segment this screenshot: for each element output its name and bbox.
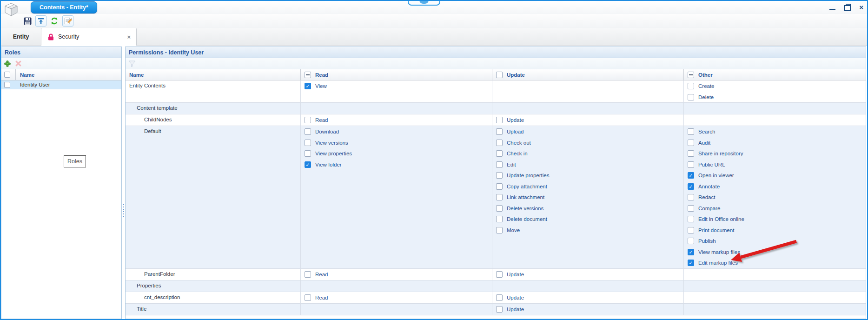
permission-item-redact: Redact	[684, 193, 866, 201]
checkbox-update[interactable]	[496, 117, 503, 123]
refresh-icon[interactable]	[49, 16, 60, 26]
checkbox-view-properties[interactable]	[305, 150, 311, 157]
permission-label: View	[315, 83, 327, 89]
checkbox-audit[interactable]	[688, 140, 694, 146]
permission-label: Search	[698, 129, 715, 134]
permission-label: Check in	[507, 151, 528, 156]
other-cell	[684, 304, 866, 315]
checkbox-view-versions[interactable]	[305, 140, 311, 146]
check-in-icon[interactable]	[35, 15, 46, 27]
permission-item-read: Read	[301, 271, 492, 278]
row-name-properties: Properties	[126, 280, 301, 292]
permission-item-create: Create	[684, 82, 866, 90]
checkbox-publish[interactable]	[688, 238, 694, 244]
panel-splitter[interactable]	[122, 47, 125, 319]
row-name-childnodes: ChildNodes	[126, 114, 301, 126]
permission-label: Open in viewer	[698, 173, 734, 178]
checkbox-print-document[interactable]	[688, 227, 694, 233]
column-other-checkbox[interactable]	[688, 72, 694, 78]
checkbox-move[interactable]	[496, 227, 503, 233]
checkbox-check-out[interactable]	[496, 140, 503, 146]
save-icon[interactable]	[22, 16, 33, 26]
permission-label: Upload	[507, 129, 523, 134]
permission-item-edit-markup-files: Edit markup files	[684, 259, 866, 267]
checkbox-edit-in-office-online[interactable]	[688, 216, 694, 222]
checkbox-delete-document[interactable]	[496, 216, 503, 222]
role-row-identity-user[interactable]: Identity User	[1, 80, 121, 89]
column-header-other[interactable]: Other	[684, 69, 866, 80]
checkbox-read[interactable]	[305, 117, 311, 123]
permission-item-delete: Delete	[684, 93, 866, 101]
checkbox-check-in[interactable]	[496, 150, 503, 157]
app-tab-contents-entity[interactable]: Contents - Entity*	[31, 1, 97, 13]
titlebar-notch-handle[interactable]	[408, 0, 440, 6]
filter-icon-disabled[interactable]	[128, 60, 136, 67]
update-cell	[492, 280, 684, 292]
delete-icon-disabled[interactable]	[15, 60, 21, 67]
checkbox-upload[interactable]	[496, 128, 503, 135]
minimize-icon[interactable]	[829, 9, 835, 10]
restore-icon[interactable]	[844, 5, 851, 11]
checkbox-read[interactable]	[305, 294, 311, 301]
permission-item-read: Read	[301, 294, 492, 301]
column-update-checkbox[interactable]	[496, 72, 503, 78]
roles-column-name-header[interactable]: Name	[20, 72, 34, 78]
tab-close-icon[interactable]: ×	[127, 34, 131, 40]
row-name-parentfolder: ParentFolder	[126, 269, 301, 280]
checkbox-delete[interactable]	[688, 94, 694, 100]
checkbox-share-in-repository[interactable]	[688, 150, 694, 157]
column-header-update[interactable]: Update	[492, 69, 684, 80]
tab-security[interactable]: Security ×	[41, 28, 137, 46]
checkbox-view[interactable]	[305, 83, 311, 89]
add-icon[interactable]	[4, 60, 11, 67]
permission-label: Edit markup files	[698, 260, 738, 266]
permission-item-upload: Upload	[492, 128, 683, 135]
tab-entity[interactable]: Entity	[1, 28, 41, 46]
checkbox-download[interactable]	[305, 128, 311, 135]
checkbox-public-url[interactable]	[688, 161, 694, 168]
checkbox-update-properties[interactable]	[496, 172, 503, 179]
checkbox-view-markup-files[interactable]	[688, 249, 694, 255]
checkbox-update[interactable]	[496, 271, 503, 278]
edit-icon[interactable]	[62, 15, 73, 27]
checkbox-open-in-viewer[interactable]	[688, 172, 694, 179]
permission-label: Update	[507, 295, 524, 300]
checkbox-update[interactable]	[496, 306, 503, 313]
role-row-checkbox[interactable]	[4, 82, 10, 88]
checkbox-delete-versions[interactable]	[496, 205, 503, 212]
checkbox-redact[interactable]	[688, 194, 694, 200]
checkbox-view-folder[interactable]	[305, 161, 311, 168]
checkbox-copy-attachment[interactable]	[496, 183, 503, 190]
read-cell	[301, 304, 492, 315]
column-read-checkbox[interactable]	[305, 72, 311, 78]
app-cube-icon	[4, 2, 19, 18]
checkbox-compare[interactable]	[688, 205, 694, 212]
checkbox-search[interactable]	[688, 128, 694, 135]
checkbox-update[interactable]	[496, 294, 503, 301]
read-cell	[301, 103, 492, 114]
permission-row-title: TitleUpdate	[126, 304, 866, 315]
other-cell	[684, 292, 866, 303]
checkbox-link-attachment[interactable]	[496, 194, 503, 200]
permission-item-move: Move	[492, 227, 683, 234]
checkbox-read[interactable]	[305, 271, 311, 278]
column-header-read[interactable]: Read	[301, 69, 492, 80]
notch-dome	[419, 0, 429, 4]
permission-item-read: Read	[301, 116, 492, 124]
row-name-content-template: Content template	[126, 103, 301, 114]
permission-row-content-template: Content template	[126, 103, 866, 114]
roles-select-all-checkbox[interactable]	[4, 72, 10, 78]
checkbox-annotate[interactable]	[688, 183, 694, 190]
update-cell: Update	[492, 304, 684, 315]
column-header-name[interactable]: Name	[126, 69, 301, 80]
close-icon[interactable]: ×	[859, 4, 863, 11]
read-cell: Read	[301, 269, 492, 280]
splitter-handle[interactable]	[123, 204, 124, 218]
permission-item-public-url: Public URL	[684, 161, 866, 168]
roles-toolbar	[1, 58, 121, 69]
permission-label: Delete versions	[507, 206, 543, 211]
checkbox-create[interactable]	[688, 83, 694, 89]
checkbox-edit[interactable]	[496, 161, 503, 168]
checkbox-edit-markup-files[interactable]	[688, 260, 694, 266]
permission-label: Copy attachment	[507, 184, 547, 189]
